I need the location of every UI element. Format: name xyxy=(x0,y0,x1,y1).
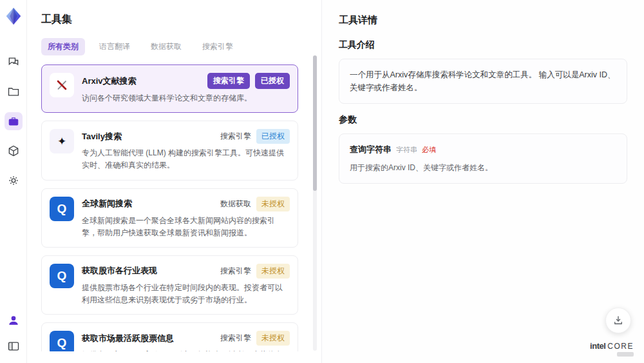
chat-icon xyxy=(7,55,20,68)
intel-sub-badge xyxy=(617,352,634,357)
arxiv-logo-icon xyxy=(55,78,69,92)
tool-icon: Q xyxy=(50,264,74,288)
tool-icon: Q xyxy=(50,197,74,221)
tool-description: 专为人工智能代理 (LLM) 构建的搜索引擎工具。可快速提供实时、准确和真实的结… xyxy=(82,147,290,172)
status-badge: 已授权 xyxy=(255,73,290,89)
category-badge: 搜索引擎 xyxy=(220,266,251,277)
tool-icon xyxy=(50,73,74,97)
sidebar-item-settings[interactable] xyxy=(5,172,23,190)
tool-card[interactable]: Q 全球新闻搜索 数据获取 未授权 全球新闻搜索是一个聚合全球各大新闻网站内容的… xyxy=(41,188,298,248)
parameter-name: 查询字符串 xyxy=(350,143,392,157)
tool-card[interactable]: Q 获取市场最活跃股票信息 搜索引擎 未授权 提供当天交易量最高的股票列表，投资… xyxy=(41,322,298,351)
tools-list-panel: 工具集 所有类别语言翻译数据获取搜索引擎 Arxiv文献搜索 搜索引擎 已授权 … xyxy=(27,0,322,363)
tool-intro-text: 一个用于从Arxiv存储库搜索科学论文和文章的工具。 输入可以是Arxiv ID… xyxy=(339,59,627,104)
tool-description: 访问各个研究领域大量科学论文和文章的存储库。 xyxy=(82,92,290,104)
sidebar-nav xyxy=(5,53,23,190)
tool-title: Arxiv文献搜索 xyxy=(82,75,137,87)
status-badge: 未授权 xyxy=(256,197,290,211)
category-badge: 数据获取 xyxy=(220,199,251,210)
parameter-description: 用于搜索的Arxiv ID、关键字或作者姓名。 xyxy=(350,162,616,174)
sidebar xyxy=(0,0,27,363)
category-badge: 搜索引擎 xyxy=(207,73,250,89)
tool-description: 提供当天交易量最高的股票列表，投资者可以利用这些信息来识别流动性强的股票和潜在的… xyxy=(82,349,290,351)
sidebar-item-models[interactable] xyxy=(5,142,23,160)
tab-category-3[interactable]: 搜索引擎 xyxy=(196,38,240,55)
category-badge: 搜索引擎 xyxy=(220,333,251,344)
sidebar-item-files[interactable] xyxy=(5,83,23,101)
intel-wordmark: intel xyxy=(590,341,605,351)
tab-category-2[interactable]: 数据获取 xyxy=(144,38,188,55)
juhe-q-icon: Q xyxy=(57,269,67,283)
tool-card[interactable]: ✦ Tavily搜索 搜索引擎 已授权 专为人工智能代理 (LLM) 构建的搜索… xyxy=(41,121,298,180)
juhe-q-icon: Q xyxy=(57,336,67,350)
intro-heading: 工具介绍 xyxy=(339,39,627,51)
status-badge: 已授权 xyxy=(256,129,290,144)
user-avatar[interactable] xyxy=(7,314,20,329)
folder-icon xyxy=(7,85,20,98)
juhe-q-icon: Q xyxy=(57,202,67,216)
category-badge: 搜索引擎 xyxy=(220,131,251,142)
tool-description: 提供股票市场各个行业在特定时间段内的表现。投资者可以利用这些信息来识别表现优于或… xyxy=(82,282,290,306)
list-scrollbar[interactable] xyxy=(313,55,317,351)
tool-title: 获取股市各行业表现 xyxy=(82,265,157,277)
intel-core-logo: intelcore xyxy=(590,341,634,357)
tool-description: 全球新闻搜索是一个聚合全球各大新闻网站内容的搜索引擎，帮助用户快速获取全球最新资… xyxy=(82,215,290,239)
detail-title: 工具详情 xyxy=(339,14,627,26)
download-icon xyxy=(612,315,624,326)
sidebar-item-chat[interactable] xyxy=(5,53,23,71)
tab-category-0[interactable]: 所有类别 xyxy=(41,38,85,55)
category-tabs: 所有类别语言翻译数据获取搜索引擎 xyxy=(41,38,308,55)
tool-card[interactable]: Q 获取股市各行业表现 搜索引擎 未授权 提供股票市场各个行业在特定时间段内的表… xyxy=(41,255,298,315)
core-wordmark: core xyxy=(607,342,634,351)
tool-title: Tavily搜索 xyxy=(82,131,122,142)
app-window: 工具集 所有类别语言翻译数据获取搜索引擎 Arxiv文献搜索 搜索引擎 已授权 … xyxy=(0,0,644,363)
parameter-type: 字符串 xyxy=(396,144,417,156)
cube-icon xyxy=(7,144,20,157)
sidebar-bottom xyxy=(7,314,20,355)
parameter-card: 查询字符串 字符串 必填 用于搜索的Arxiv ID、关键字或作者姓名。 xyxy=(339,133,627,184)
collapse-panel-icon[interactable] xyxy=(7,340,20,355)
tavily-star-icon: ✦ xyxy=(57,135,66,148)
tool-title: 获取市场最活跃股票信息 xyxy=(82,333,174,344)
download-button[interactable] xyxy=(605,308,631,333)
status-badge: 未授权 xyxy=(256,264,290,279)
tab-category-1[interactable]: 语言翻译 xyxy=(93,38,137,55)
sidebar-item-tools[interactable] xyxy=(5,112,23,130)
user-icon xyxy=(7,314,20,327)
tool-title: 全球新闻搜索 xyxy=(82,198,132,210)
tool-detail-panel: 工具详情 工具介绍 一个用于从Arxiv存储库搜索科学论文和文章的工具。 输入可… xyxy=(322,0,644,363)
gear-icon xyxy=(7,174,20,187)
status-badge: 未授权 xyxy=(256,331,290,346)
page-title: 工具集 xyxy=(41,13,308,26)
app-logo[interactable] xyxy=(4,6,23,26)
briefcase-icon xyxy=(8,115,19,127)
tool-card[interactable]: Arxiv文献搜索 搜索引擎 已授权 访问各个研究领域大量科学论文和文章的存储库… xyxy=(41,64,298,113)
tool-icon: Q xyxy=(50,331,74,351)
tool-icon: ✦ xyxy=(50,129,74,153)
scrollbar-thumb[interactable] xyxy=(313,55,317,191)
parameter-header: 查询字符串 字符串 必填 xyxy=(350,143,616,157)
tool-cards-list: Arxiv文献搜索 搜索引擎 已授权 访问各个研究领域大量科学论文和文章的存储库… xyxy=(41,64,308,351)
parameter-required-badge: 必填 xyxy=(422,144,436,156)
params-heading: 参数 xyxy=(339,114,627,126)
diamond-logo-icon xyxy=(4,6,23,26)
